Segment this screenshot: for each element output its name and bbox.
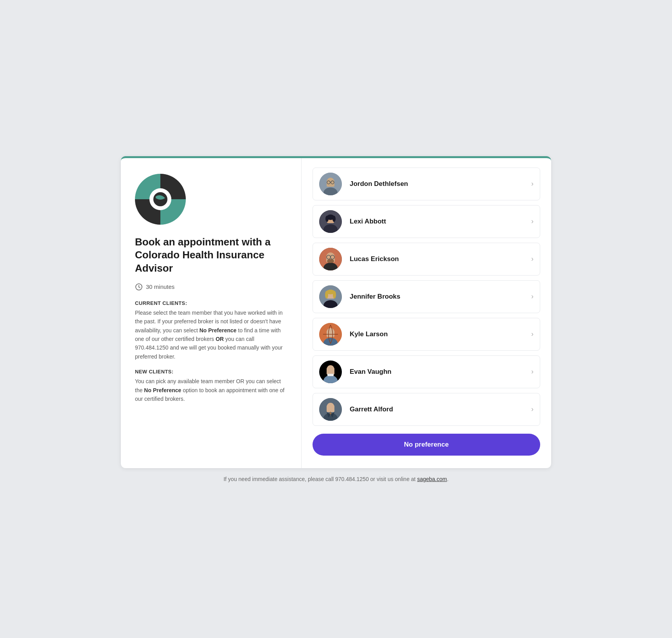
footer: If you need immediate assistance, please… (223, 476, 448, 482)
advisor-row-jennifer[interactable]: Jennifer Brooks › (313, 280, 540, 313)
current-clients-text: Please select the team member that you h… (135, 308, 287, 361)
main-card: Book an appointment with a Colorado Heal… (121, 156, 551, 468)
advisor-row-lexi[interactable]: Lexi Abbott › (313, 205, 540, 238)
avatar-evan (319, 360, 342, 383)
svg-point-25 (327, 259, 334, 263)
page-wrapper: Book an appointment with a Colorado Heal… (121, 156, 551, 482)
advisor-name-lucas: Lucas Erickson (350, 255, 531, 263)
svg-rect-50 (327, 406, 334, 412)
avatar-garrett (319, 398, 342, 421)
footer-text: If you need immediate assistance, please… (223, 476, 417, 482)
new-clients-text: You can pick any available team member O… (135, 377, 287, 403)
duration-text: 30 minutes (146, 283, 174, 290)
avatar-jordon (319, 173, 342, 195)
avatar-lucas (319, 248, 342, 270)
advisor-name-garrett: Garrett Alford (350, 406, 531, 413)
advisor-name-jordon: Jordon Dethlefsen (350, 180, 531, 188)
clock-icon (135, 283, 143, 291)
right-panel: Jordon Dethlefsen › (302, 158, 551, 468)
avatar-jennifer (319, 285, 342, 308)
no-preference-button[interactable]: No preference (313, 434, 540, 456)
brand-logo (135, 174, 186, 225)
chevron-right-icon-evan: › (531, 368, 534, 376)
svg-rect-45 (327, 368, 334, 375)
card-inner: Book an appointment with a Colorado Heal… (121, 158, 551, 468)
advisor-name-kyle: Kyle Larson (350, 330, 531, 338)
advisor-row-garrett[interactable]: Garrett Alford › (313, 393, 540, 426)
chevron-right-icon-jennifer: › (531, 292, 534, 301)
chevron-right-icon-lexi: › (531, 217, 534, 225)
new-clients-label: NEW CLIENTS: (135, 369, 287, 375)
advisor-row-evan[interactable]: Evan Vaughn › (313, 355, 540, 388)
advisor-row-lucas[interactable]: Lucas Erickson › (313, 243, 540, 276)
advisor-name-jennifer: Jennifer Brooks (350, 293, 531, 301)
chevron-right-icon-lucas: › (531, 255, 534, 263)
duration-row: 30 minutes (135, 283, 287, 291)
svg-rect-46 (327, 374, 334, 376)
svg-point-34 (325, 291, 328, 299)
advisor-row-kyle[interactable]: Kyle Larson › (313, 318, 540, 351)
advisor-name-lexi: Lexi Abbott (350, 218, 531, 225)
avatar-lexi (319, 210, 342, 233)
svg-point-19 (332, 216, 336, 222)
left-panel: Book an appointment with a Colorado Heal… (121, 158, 302, 468)
chevron-right-icon-garrett: › (531, 405, 534, 413)
footer-link[interactable]: sageba.com (417, 476, 447, 482)
advisor-name-evan: Evan Vaughn (350, 368, 531, 376)
svg-point-35 (333, 291, 336, 299)
current-clients-label: CURRENT CLIENTS: (135, 300, 287, 306)
avatar-kyle (319, 323, 342, 346)
chevron-right-icon-jordon: › (531, 180, 534, 188)
advisor-row-jordon[interactable]: Jordon Dethlefsen › (313, 168, 540, 200)
svg-rect-39 (327, 331, 334, 337)
page-title: Book an appointment with a Colorado Heal… (135, 236, 287, 275)
chevron-right-icon-kyle: › (531, 330, 534, 338)
svg-line-5 (139, 287, 140, 288)
svg-point-18 (325, 216, 329, 222)
